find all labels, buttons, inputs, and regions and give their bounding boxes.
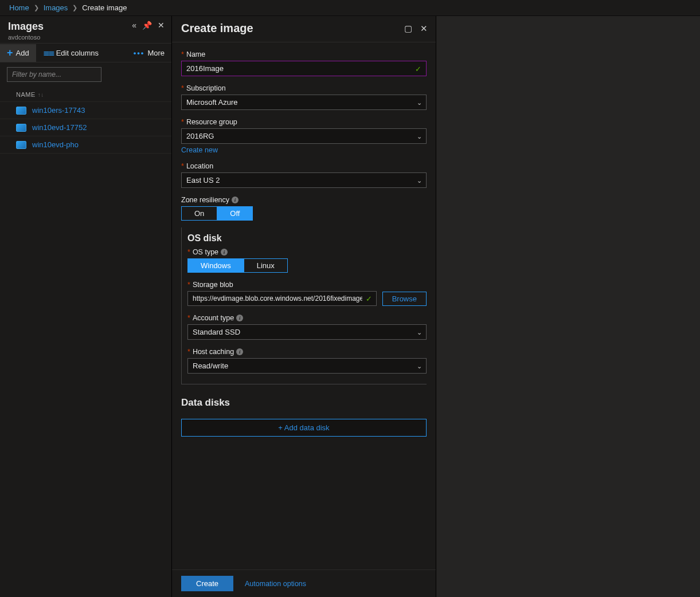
zone-off-option[interactable]: Off — [217, 207, 252, 220]
image-icon — [16, 107, 26, 115]
check-icon: ✓ — [415, 64, 421, 73]
subscription-select[interactable]: Microsoft Azure — [181, 95, 427, 110]
list-item[interactable]: win10ers-17743 — [0, 101, 171, 119]
check-icon: ✓ — [366, 294, 372, 303]
image-icon — [16, 124, 26, 132]
browse-button[interactable]: Browse — [382, 292, 427, 306]
close-icon[interactable]: ✕ — [420, 23, 428, 34]
info-icon[interactable]: i — [232, 197, 238, 203]
sort-icon: ↑↓ — [36, 92, 44, 98]
info-icon[interactable]: i — [236, 348, 243, 355]
location-label: Location — [186, 162, 213, 170]
maximize-icon[interactable]: ▢ — [404, 23, 412, 34]
zone-resiliency-toggle: On Off — [181, 206, 253, 221]
panel-subtitle: avdcontoso — [8, 34, 44, 41]
close-icon[interactable]: ✕ — [158, 21, 165, 30]
info-icon[interactable]: i — [236, 315, 243, 321]
blade-title: Create image — [181, 22, 253, 35]
host-caching-select[interactable]: Read/write — [187, 358, 427, 374]
add-button[interactable]: + Add — [0, 44, 36, 62]
account-type-select[interactable]: Standard SSD — [187, 324, 427, 340]
list-item[interactable]: win10evd-17752 — [0, 119, 171, 136]
breadcrumb-home[interactable]: Home — [9, 3, 29, 12]
list-item-label: win10ers-17743 — [32, 106, 85, 115]
breadcrumb-images[interactable]: Images — [44, 3, 68, 12]
list-item-label: win10evd-pho — [32, 140, 79, 149]
host-caching-label: Host caching — [193, 348, 234, 356]
os-type-label: OS type — [193, 248, 218, 256]
info-icon[interactable]: i — [221, 249, 228, 256]
columns-icon: ≣≣ — [43, 48, 53, 57]
column-header-name[interactable]: NAME↑↓ — [0, 87, 171, 101]
resource-group-select[interactable]: 2016RG — [181, 128, 427, 144]
breadcrumb: Home ❯ Images ❯ Create image — [0, 0, 700, 16]
plus-icon: + — [7, 49, 13, 57]
breadcrumb-current: Create image — [82, 3, 127, 12]
create-new-link[interactable]: Create new — [181, 146, 218, 154]
storage-blob-label: Storage blob — [193, 281, 233, 289]
create-image-blade: Create image ▢ ✕ *Name ✓ *Subscription M… — [172, 16, 436, 597]
empty-workspace — [436, 16, 700, 597]
subscription-label: Subscription — [186, 84, 226, 92]
panel-title: Images — [8, 21, 44, 33]
os-disk-title: OS disk — [187, 233, 427, 243]
zone-resiliency-label: Zone resiliency — [181, 196, 229, 204]
chevron-right-icon: ❯ — [34, 4, 39, 11]
edit-columns-button[interactable]: ≣≣ Edit columns — [36, 44, 105, 62]
os-disk-section: OS disk *OS type i Windows Linux *Storag… — [181, 227, 427, 384]
create-button[interactable]: Create — [181, 576, 233, 591]
os-type-linux[interactable]: Linux — [244, 259, 287, 272]
pin-icon[interactable]: 📌 — [142, 21, 152, 30]
image-icon — [16, 141, 26, 149]
more-icon: ••• — [134, 49, 145, 57]
collapse-icon[interactable]: « — [132, 21, 136, 30]
name-input[interactable] — [182, 61, 426, 76]
os-type-windows[interactable]: Windows — [188, 259, 244, 272]
more-label: More — [147, 49, 165, 57]
list-item-label: win10evd-17752 — [32, 123, 87, 132]
location-select[interactable]: East US 2 — [181, 172, 427, 188]
edit-columns-label: Edit columns — [56, 49, 99, 57]
os-type-toggle: Windows Linux — [187, 258, 288, 273]
automation-options-link[interactable]: Automation options — [245, 580, 306, 588]
images-panel: Images avdcontoso « 📌 ✕ + Add ≣≣ Edit co… — [0, 16, 172, 597]
account-type-label: Account type — [193, 314, 234, 322]
add-data-disk-button[interactable]: + Add data disk — [181, 419, 427, 437]
storage-blob-input[interactable] — [187, 291, 377, 306]
chevron-right-icon: ❯ — [72, 4, 77, 11]
resource-group-label: Resource group — [186, 118, 237, 126]
data-disks-title: Data disks — [181, 397, 427, 409]
name-label: Name — [186, 50, 205, 58]
add-label: Add — [16, 49, 29, 57]
list-item[interactable]: win10evd-pho — [0, 136, 171, 154]
filter-input[interactable] — [7, 67, 101, 82]
more-button[interactable]: ••• More — [127, 44, 171, 62]
zone-on-option[interactable]: On — [182, 207, 217, 220]
